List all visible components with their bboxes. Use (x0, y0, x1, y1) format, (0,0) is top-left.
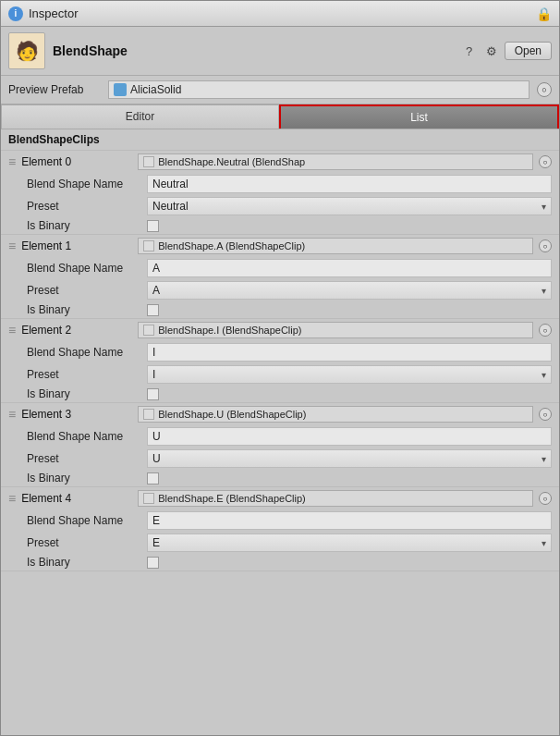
blend-shape-name-value-0[interactable]: Neutral (147, 175, 552, 193)
tab-editor[interactable]: Editor (1, 104, 279, 129)
drag-handle-3[interactable]: ≡ (8, 407, 16, 422)
ref-text-0: BlendShape.Neutral (BlendShap (158, 156, 305, 167)
is-binary-checkbox-wrap-2 (147, 388, 552, 400)
preset-row-1: Preset A ▾ (1, 279, 559, 301)
header-right: ? ⚙ Open (460, 42, 552, 60)
elements-container: ≡ Element 0 BlendShape.Neutral (BlendSha… (1, 151, 559, 571)
is-binary-checkbox-wrap-0 (147, 220, 552, 232)
blend-shape-name-label-4: Blend Shape Name (27, 514, 147, 527)
element-circle-btn-3[interactable]: ○ (539, 408, 552, 421)
lock-icon[interactable]: 🔒 (536, 6, 552, 21)
preview-prefab-value: AliciaSolid (130, 83, 181, 96)
header-area: 🧑 BlendShape ? ⚙ Open (1, 27, 559, 76)
element-circle-btn-1[interactable]: ○ (539, 239, 552, 252)
ref-icon-0 (143, 156, 154, 167)
drag-handle-2[interactable]: ≡ (8, 323, 16, 337)
preset-value-3: U (152, 452, 161, 465)
preset-label-0: Preset (27, 200, 147, 213)
ref-icon-4 (143, 493, 154, 504)
preset-select-2[interactable]: I ▾ (147, 365, 552, 384)
element-ref-1[interactable]: BlendShape.A (BlendShapeClip) (138, 238, 533, 254)
preset-value-1: A (152, 284, 160, 297)
preset-value-4: E (152, 536, 160, 549)
drag-handle-4[interactable]: ≡ (8, 491, 16, 506)
element-ref-4[interactable]: BlendShape.E (BlendShapeClip) (138, 490, 533, 507)
blend-shape-name-value-1[interactable]: A (147, 259, 552, 277)
is-binary-row-3: Is Binary (1, 470, 559, 486)
is-binary-checkbox-4[interactable] (147, 557, 159, 569)
is-binary-label-2: Is Binary (27, 387, 147, 400)
blend-shape-name-row-0: Blend Shape Name Neutral (1, 173, 559, 195)
element-label-0: Element 0 (21, 155, 132, 168)
preset-select-1[interactable]: A ▾ (147, 281, 552, 300)
blend-shape-name-value-2[interactable]: I (147, 343, 552, 362)
header-left: 🧑 BlendShape (8, 32, 128, 69)
is-binary-row-0: Is Binary (1, 217, 559, 234)
element-ref-2[interactable]: BlendShape.I (BlendShapeClip) (138, 322, 533, 338)
preset-arrow-2: ▾ (542, 370, 546, 380)
inspector-icon: i (8, 6, 23, 21)
is-binary-row-4: Is Binary (1, 554, 559, 570)
element-label-4: Element 4 (21, 492, 132, 505)
is-binary-checkbox-wrap-3 (147, 472, 552, 485)
element-ref-3[interactable]: BlendShape.U (BlendShapeClip) (138, 406, 533, 423)
element-label-1: Element 1 (21, 239, 132, 252)
prefab-icon (114, 83, 127, 96)
blend-shape-name-value-3[interactable]: U (147, 427, 552, 446)
is-binary-checkbox-0[interactable] (147, 220, 159, 232)
element-circle-btn-4[interactable]: ○ (539, 492, 552, 505)
tab-list[interactable]: List (279, 104, 559, 129)
element-ref-0[interactable]: BlendShape.Neutral (BlendShap (138, 153, 533, 170)
is-binary-label-0: Is Binary (27, 219, 147, 232)
element-label-3: Element 3 (21, 408, 132, 421)
gear-icon[interactable]: ⚙ (482, 42, 501, 60)
content-area: BlendShapeClips ≡ Element 0 BlendShape.N… (1, 129, 559, 571)
preset-row-2: Preset I ▾ (1, 363, 559, 386)
preview-prefab-label: Preview Prefab (8, 83, 101, 96)
preset-value-0: Neutral (152, 200, 189, 213)
is-binary-checkbox-1[interactable] (147, 304, 159, 316)
preset-row-3: Preset U ▾ (1, 448, 559, 470)
element-circle-btn-0[interactable]: ○ (539, 155, 552, 168)
preset-row-0: Preset Neutral ▾ (1, 195, 559, 217)
is-binary-label-1: Is Binary (27, 303, 147, 316)
element-group-1: ≡ Element 1 BlendShape.A (BlendShapeClip… (1, 235, 559, 319)
blend-shape-name-label-2: Blend Shape Name (27, 346, 147, 359)
element-group-2: ≡ Element 2 BlendShape.I (BlendShapeClip… (1, 319, 559, 403)
preset-label-4: Preset (27, 536, 147, 549)
is-binary-row-1: Is Binary (1, 301, 559, 318)
preview-row: Preview Prefab AliciaSolid ○ (1, 76, 559, 104)
preset-label-3: Preset (27, 452, 147, 465)
is-binary-checkbox-wrap-1 (147, 304, 552, 316)
element-label-2: Element 2 (21, 324, 132, 337)
element-circle-btn-2[interactable]: ○ (539, 324, 552, 337)
drag-handle-0[interactable]: ≡ (8, 154, 16, 169)
blend-shape-name-row-4: Blend Shape Name E (1, 509, 559, 532)
blend-shape-name-value-4[interactable]: E (147, 511, 552, 530)
preview-circle-button[interactable]: ○ (537, 82, 552, 97)
blend-shape-name-row-3: Blend Shape Name U (1, 425, 559, 448)
is-binary-checkbox-2[interactable] (147, 388, 159, 400)
element-header-4: ≡ Element 4 BlendShape.E (BlendShapeClip… (1, 487, 559, 509)
section-header: BlendShapeClips (1, 129, 559, 151)
preset-value-2: I (152, 368, 155, 381)
preset-select-4[interactable]: E ▾ (147, 534, 552, 552)
preset-select-0[interactable]: Neutral ▾ (147, 197, 552, 215)
element-header-0: ≡ Element 0 BlendShape.Neutral (BlendSha… (1, 151, 559, 173)
preset-arrow-3: ▾ (542, 454, 546, 464)
ref-text-1: BlendShape.A (BlendShapeClip) (158, 240, 305, 251)
preset-select-3[interactable]: U ▾ (147, 449, 552, 468)
blend-shape-name-label-1: Blend Shape Name (27, 262, 147, 275)
element-group-0: ≡ Element 0 BlendShape.Neutral (BlendSha… (1, 151, 559, 235)
help-icon[interactable]: ? (460, 42, 479, 60)
preset-row-4: Preset E ▾ (1, 532, 559, 554)
ref-text-4: BlendShape.E (BlendShapeClip) (158, 493, 306, 504)
ref-text-3: BlendShape.U (BlendShapeClip) (158, 409, 306, 420)
element-group-3: ≡ Element 3 BlendShape.U (BlendShapeClip… (1, 403, 559, 487)
is-binary-checkbox-3[interactable] (147, 472, 159, 485)
preset-arrow-4: ▾ (542, 538, 546, 548)
title-bar-text: Inspector (29, 6, 78, 20)
preview-prefab-field[interactable]: AliciaSolid (108, 80, 530, 99)
drag-handle-1[interactable]: ≡ (8, 239, 16, 253)
open-button[interactable]: Open (505, 42, 552, 60)
